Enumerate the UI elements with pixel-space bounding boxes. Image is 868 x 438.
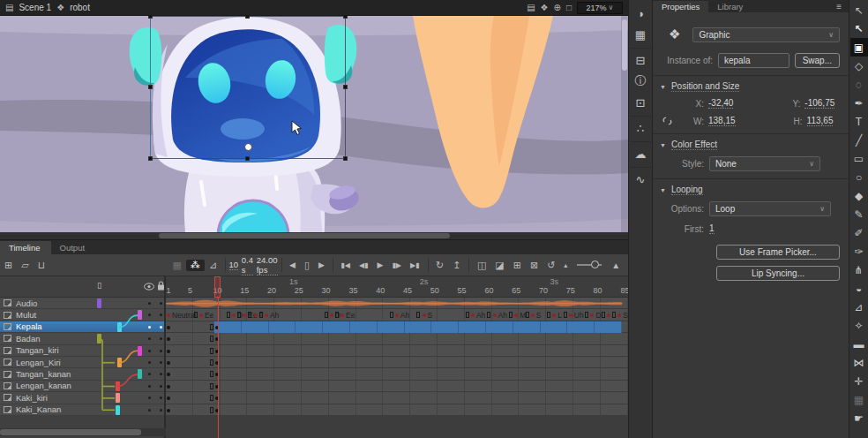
- paint-bucket-tool[interactable]: ◒: [850, 279, 868, 298]
- pencil-tool[interactable]: ✎: [850, 205, 868, 223]
- keyframe-dot[interactable]: [590, 313, 594, 317]
- transform-handle-sw[interactable]: [148, 156, 153, 161]
- layer-visibility-dot[interactable]: [148, 361, 151, 364]
- tab-timeline[interactable]: Timeline: [0, 241, 51, 254]
- color-style-select[interactable]: None ∨: [709, 156, 820, 171]
- layer-row-kaki_kanan[interactable]: Kaki_Kanan: [0, 404, 164, 416]
- frame-row-mulut[interactable]: NeutralEeDEeFAhDEeAhSAhAhMSLUhDS: [166, 309, 628, 321]
- edit-multiple-frames-button[interactable]: ⊞: [509, 260, 526, 271]
- layer-parent-tag[interactable]: [117, 322, 122, 332]
- transform-point[interactable]: [244, 143, 252, 151]
- keyframe-dot[interactable]: [167, 361, 170, 365]
- keyframe-dot[interactable]: [493, 313, 497, 317]
- pen-tool[interactable]: ✒: [850, 94, 868, 112]
- layer-parent-tag[interactable]: [138, 369, 142, 379]
- keyframe-dot[interactable]: [167, 350, 170, 353]
- layer-lock-dot[interactable]: [160, 302, 162, 305]
- breadcrumb-scene[interactable]: Scene 1: [19, 3, 51, 12]
- tab-output[interactable]: Output: [51, 241, 96, 254]
- camera-button[interactable]: ▦: [168, 260, 185, 271]
- frames-area[interactable]: 1s2s3s1510152025303540455055606570758085…: [166, 276, 628, 438]
- transform-handle-n[interactable]: [245, 16, 250, 19]
- swap-button[interactable]: Swap...: [795, 53, 840, 68]
- paint-brush-tool[interactable]: ✐: [850, 223, 868, 242]
- timeline-zoom-knob[interactable]: [591, 261, 599, 268]
- keyframe-dot[interactable]: [514, 313, 518, 317]
- keyframe-dot[interactable]: [199, 313, 203, 317]
- layer-parent-tag[interactable]: [97, 334, 101, 344]
- next-frame-button[interactable]: ▮▶: [387, 261, 406, 269]
- breadcrumb-symbol[interactable]: robot: [70, 3, 90, 12]
- layer-row-lengan_kiri[interactable]: Lengan_Kiri: [0, 357, 164, 368]
- reset-timeline-zoom-button[interactable]: ↺: [542, 260, 559, 271]
- eye-column-icon[interactable]: [144, 283, 154, 291]
- layer-parent-tag[interactable]: [97, 298, 101, 308]
- layer-parent-tag[interactable]: [138, 346, 142, 356]
- layer-lock-dot[interactable]: [160, 373, 162, 375]
- lasso-tool[interactable]: ◌: [850, 75, 868, 94]
- edit-scene-button[interactable]: ▤: [527, 3, 535, 12]
- timeline-zoom-out-button[interactable]: ▴: [559, 261, 572, 269]
- keyframe-dot[interactable]: [167, 313, 170, 317]
- keyframe-dot[interactable]: [167, 385, 170, 389]
- layer-row-badan[interactable]: Badan: [0, 333, 164, 344]
- frame-row-tangan_kanan[interactable]: [166, 368, 628, 380]
- ink-bottle-tool[interactable]: ⊿: [850, 298, 868, 316]
- frame-row-kepala[interactable]: [166, 321, 628, 333]
- transform-handle-ne[interactable]: [343, 16, 348, 19]
- frame-row-kaki_kanan[interactable]: [166, 404, 628, 416]
- w-value[interactable]: 138,15: [708, 116, 736, 126]
- onion-skin-button[interactable]: ◫: [473, 260, 490, 271]
- layer-parent-tag[interactable]: [116, 405, 120, 415]
- first-frame-button[interactable]: ▮◀: [336, 261, 355, 269]
- info-panel-icon[interactable]: ⓘ: [631, 72, 650, 91]
- edit-symbols-button[interactable]: ❖: [541, 3, 549, 12]
- oval-tool[interactable]: ○: [850, 168, 868, 186]
- keyframe-dot[interactable]: [531, 313, 535, 317]
- delete-layer-button[interactable]: ⊔: [34, 260, 50, 271]
- selected-frame-span[interactable]: [214, 321, 622, 333]
- transform-panel-icon[interactable]: ⊡: [631, 93, 650, 112]
- layer-row-mulut[interactable]: Mulut: [0, 309, 164, 321]
- first-frame-value[interactable]: 1: [709, 223, 715, 234]
- layer-parent-tag[interactable]: [116, 393, 120, 403]
- hand-tool[interactable]: ☛: [850, 409, 868, 427]
- keyframe-dot[interactable]: [552, 313, 556, 317]
- layer-visibility-dot[interactable]: [148, 302, 151, 305]
- tab-library[interactable]: Library: [708, 1, 752, 12]
- keyframe-dot[interactable]: [607, 313, 610, 317]
- asset-warp-tool[interactable]: ✛: [850, 372, 868, 390]
- transform-handle-s[interactable]: [245, 156, 250, 161]
- layer-row-audio[interactable]: Audio: [0, 298, 164, 309]
- cc-libraries-panel-icon[interactable]: ☁: [631, 144, 650, 163]
- layer-lock-dot[interactable]: [160, 350, 162, 352]
- lock-column-icon[interactable]: [157, 281, 165, 291]
- fps-field[interactable]: 24.00 fps: [257, 255, 278, 276]
- brush-library-panel-icon[interactable]: ∴: [631, 118, 650, 138]
- instance-name-field[interactable]: kepala: [718, 53, 789, 68]
- keyframe-dot[interactable]: [330, 313, 333, 317]
- eyedropper-tool[interactable]: ✧: [850, 316, 868, 335]
- clip-content-button[interactable]: □: [566, 3, 572, 12]
- selection-bounding-box[interactable]: [150, 16, 346, 159]
- timeline-ruler[interactable]: 1s2s3s1510152025303540455055606570758085: [166, 276, 628, 298]
- h-value[interactable]: 113,65: [807, 116, 834, 126]
- stage-zoom-select[interactable]: 217% ∨: [577, 2, 623, 14]
- layer-visibility-dot[interactable]: [148, 409, 151, 412]
- motion-editor-panel-icon[interactable]: ∿: [631, 170, 650, 189]
- eraser-tool[interactable]: ▬: [850, 335, 868, 353]
- layer-lock-dot[interactable]: [160, 337, 162, 340]
- selection-tool[interactable]: ↖: [850, 19, 868, 38]
- keyframe-dot[interactable]: [617, 313, 621, 317]
- polystar-tool[interactable]: ◆: [850, 186, 868, 205]
- transform-handle-se[interactable]: [343, 156, 348, 161]
- layer-parent-tag[interactable]: [138, 310, 142, 320]
- transform-handle-w[interactable]: [148, 85, 153, 89]
- layer-visibility-dot[interactable]: [148, 313, 151, 316]
- layer-lock-dot[interactable]: [160, 385, 162, 388]
- layer-row-lengan_kanan[interactable]: Lengan_kanan: [0, 381, 164, 392]
- layer-visibility-dot[interactable]: [148, 373, 151, 375]
- x-value[interactable]: -32,40: [708, 98, 733, 109]
- export-animation-button[interactable]: ↥: [448, 260, 465, 271]
- layer-lock-dot[interactable]: [160, 396, 162, 399]
